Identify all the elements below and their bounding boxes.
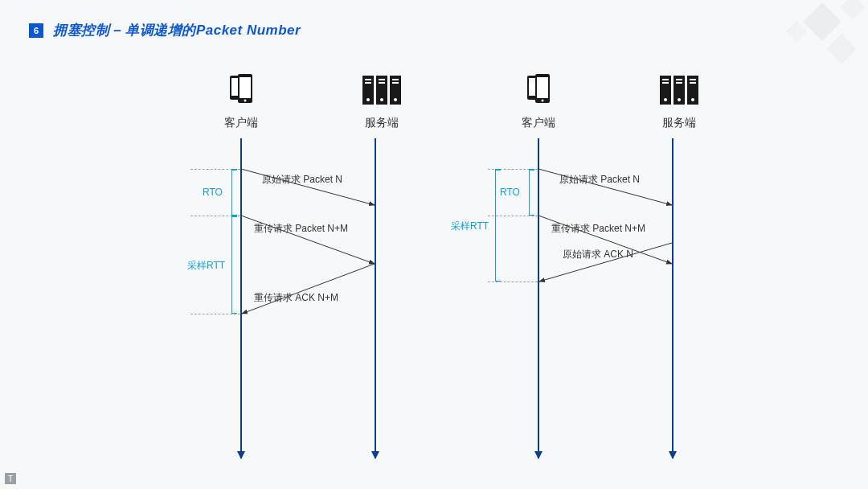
left-client-node: 客户端 [213,72,269,130]
svg-rect-13 [392,82,399,84]
right-rtt-bracket [495,169,496,281]
svg-rect-25 [662,79,669,80]
svg-point-21 [542,100,544,102]
left-client-lifeline [240,138,242,458]
left-server-lifeline [375,138,376,458]
svg-point-31 [664,98,667,101]
left-server-node: 服务端 [354,72,410,130]
svg-rect-10 [379,79,385,80]
svg-rect-26 [662,82,669,84]
left-rtt-label: 采样RTT [187,259,225,273]
dash-line [190,314,240,314]
right-client-label: 客户端 [510,116,567,130]
right-server-lifeline [672,138,674,458]
left-msg3: 重传请求 ACK N+M [254,291,338,305]
svg-point-32 [678,98,681,101]
arrows-svg [0,72,868,458]
svg-rect-3 [240,77,251,98]
left-rto-bracket [231,169,232,216]
svg-point-4 [244,100,247,102]
left-server-label: 服务端 [354,116,410,130]
svg-point-14 [366,98,370,101]
svg-rect-8 [365,79,371,80]
svg-rect-11 [379,82,385,84]
right-rto-label: RTO [500,187,520,198]
page-number-badge: 6 [29,23,43,38]
svg-rect-9 [365,82,371,84]
svg-point-15 [380,98,383,101]
left-msg2: 重传请求 Packet N+M [254,222,348,236]
svg-rect-30 [690,82,696,84]
phone-icon [521,72,556,108]
slide-header: 6 拥塞控制 – 单调递增的Packet Number [29,21,301,39]
server-icon [657,72,702,108]
left-rto-label: RTO [203,187,223,198]
left-client-label: 客户端 [213,116,269,130]
server-icon [359,72,404,108]
left-msg1: 原始请求 Packet N [262,173,342,187]
right-server-node: 服务端 [651,72,707,130]
svg-point-33 [691,98,694,101]
svg-rect-12 [392,79,399,80]
right-rto-bracket [529,169,530,216]
diagram-stage: 客户端 服务端 客户端 [0,72,868,458]
footer-logo: T [5,473,16,484]
right-msg2: 重传请求 Packet N+M [551,222,645,236]
slide-title: 拥塞控制 – 单调递增的Packet Number [53,21,301,39]
svg-line-36 [242,264,375,314]
svg-rect-20 [537,77,548,98]
phone-icon [223,72,259,108]
right-server-label: 服务端 [651,116,707,130]
svg-rect-29 [690,79,696,80]
right-client-lifeline [538,138,539,458]
right-msg3: 原始请求 ACK N [563,248,633,261]
svg-rect-28 [676,82,682,84]
left-rtt-bracket [231,216,232,314]
dash-line [488,281,538,282]
svg-point-16 [394,98,397,101]
right-rtt-label: 采样RTT [451,220,489,233]
svg-rect-27 [676,79,682,80]
right-client-node: 客户端 [510,72,567,130]
right-msg1: 原始请求 Packet N [559,173,640,187]
